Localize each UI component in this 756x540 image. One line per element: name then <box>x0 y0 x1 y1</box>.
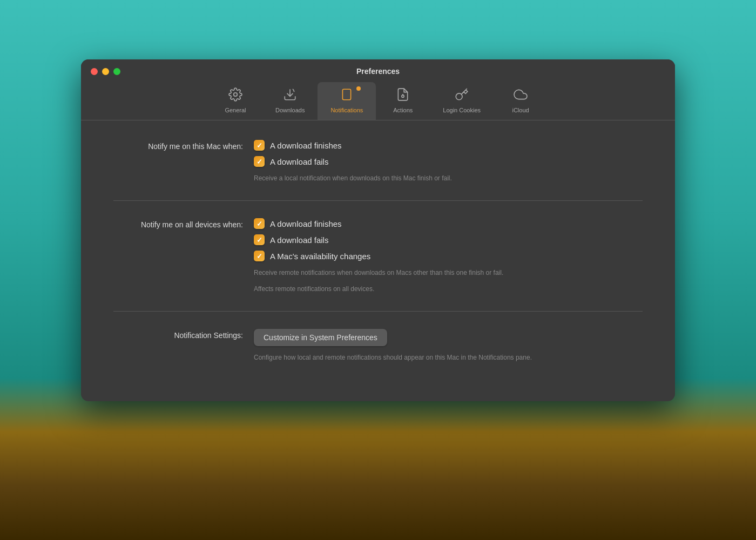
notify-all-devices-content: A download finishes A download fails A M… <box>254 218 643 294</box>
tab-downloads[interactable]: Downloads <box>262 82 318 120</box>
notification-settings-label: Notification Settings: <box>113 329 254 362</box>
tab-general-label: General <box>225 107 246 113</box>
window-controls <box>91 68 120 75</box>
tab-notifications[interactable]: Notifications <box>318 82 376 120</box>
titlebar: Preferences General <box>81 59 675 120</box>
notify-all-devices-section: Notify me on all devices when: A downloa… <box>113 200 643 294</box>
tab-bar: General Downloads <box>91 82 665 120</box>
checkbox-row-download-finishes-all: A download finishes <box>254 218 643 229</box>
notify-this-mac-section: Notify me on this Mac when: A download f… <box>113 140 643 183</box>
notify-this-mac-label: Notify me on this Mac when: <box>113 140 254 183</box>
download-icon <box>283 87 297 104</box>
checkbox-row-download-finishes-mac: A download finishes <box>254 140 643 151</box>
tab-notifications-label: Notifications <box>330 107 363 113</box>
notification-dot <box>356 86 361 91</box>
notify-all-devices-label: Notify me on all devices when: <box>113 218 254 294</box>
svg-rect-2 <box>343 89 351 100</box>
preferences-window: Preferences General <box>81 59 675 401</box>
tab-icloud-label: iCloud <box>512 107 529 113</box>
close-button[interactable] <box>91 68 98 75</box>
key-icon <box>455 87 469 104</box>
checkbox-row-download-fails-mac: A download fails <box>254 156 643 167</box>
notification-settings-section: Notification Settings: Customize in Syst… <box>113 311 643 362</box>
customize-system-preferences-button[interactable]: Customize in System Preferences <box>254 329 387 346</box>
tab-icloud[interactable]: iCloud <box>494 82 548 120</box>
checkbox-label-download-fails-mac: A download fails <box>270 157 328 166</box>
window-title: Preferences <box>356 67 400 76</box>
checkbox-label-download-fails-all: A download fails <box>270 235 328 245</box>
notify-this-mac-content: A download finishes A download fails Rec… <box>254 140 643 183</box>
tab-downloads-label: Downloads <box>275 107 305 113</box>
cloud-icon <box>514 87 528 104</box>
notify-all-devices-description-1: Receive remote notifications when downlo… <box>254 268 643 278</box>
checkbox-row-mac-availability: A Mac's availability changes <box>254 251 643 261</box>
svg-point-3 <box>402 95 404 97</box>
checkbox-label-download-finishes-mac: A download finishes <box>270 141 342 150</box>
checkbox-mac-availability[interactable] <box>254 251 265 261</box>
notification-settings-content: Customize in System Preferences Configur… <box>254 329 643 362</box>
maximize-button[interactable] <box>113 68 120 75</box>
checkbox-label-mac-availability: A Mac's availability changes <box>270 252 370 261</box>
notify-this-mac-description: Receive a local notification when downlo… <box>254 173 643 183</box>
notification-icon <box>340 87 354 104</box>
tab-login-cookies-label: Login Cookies <box>443 107 481 113</box>
tab-login-cookies[interactable]: Login Cookies <box>430 82 494 120</box>
checkbox-download-finishes-all[interactable] <box>254 218 265 229</box>
notification-settings-description: Configure how local and remote notificat… <box>254 353 643 362</box>
checkbox-download-fails-all[interactable] <box>254 234 265 245</box>
actions-icon <box>396 87 410 104</box>
checkbox-download-finishes-mac[interactable] <box>254 140 265 151</box>
tab-actions[interactable]: Actions <box>376 82 430 120</box>
tab-general[interactable]: General <box>208 82 262 120</box>
gear-icon <box>228 87 242 104</box>
checkbox-download-fails-mac[interactable] <box>254 156 265 167</box>
tab-actions-label: Actions <box>393 107 413 113</box>
notify-all-devices-description-2: Affects remote notifications on all devi… <box>254 284 643 294</box>
checkbox-row-download-fails-all: A download fails <box>254 234 643 245</box>
minimize-button[interactable] <box>102 68 109 75</box>
checkbox-label-download-finishes-all: A download finishes <box>270 219 342 228</box>
svg-point-0 <box>234 93 238 97</box>
content-area: Notify me on this Mac when: A download f… <box>81 120 675 401</box>
